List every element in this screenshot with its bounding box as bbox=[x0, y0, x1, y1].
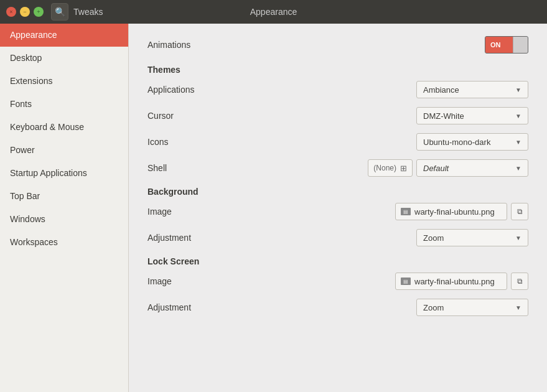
bg-image-copy-button[interactable]: ⧉ bbox=[511, 203, 528, 220]
cursor-label: Cursor bbox=[147, 111, 174, 121]
sidebar-label-fonts: Fonts bbox=[10, 99, 32, 109]
ls-image-row: Image ▤ warty-final-ubuntu.png ⧉ bbox=[147, 271, 528, 291]
sidebar-item-power[interactable]: Power bbox=[0, 139, 128, 162]
shell-none-badge: (None) ⊞ bbox=[368, 159, 413, 177]
window-controls: × − + bbox=[6, 7, 44, 17]
sidebar-item-windows[interactable]: Windows bbox=[0, 208, 128, 231]
animations-toggle[interactable]: ON bbox=[485, 36, 528, 54]
ls-adjustment-right: Zoom ▼ bbox=[416, 299, 528, 316]
cursor-dropdown[interactable]: DMZ-White ▼ bbox=[416, 107, 528, 124]
bg-adjustment-right: Zoom ▼ bbox=[416, 229, 528, 246]
shell-dropdown-arrow: ▼ bbox=[515, 165, 521, 172]
bg-adjustment-dropdown[interactable]: Zoom ▼ bbox=[416, 229, 528, 246]
icons-dropdown-value: Ubuntu-mono-dark bbox=[423, 138, 510, 147]
ls-copy-icon: ⧉ bbox=[517, 277, 523, 286]
shell-badge-text: (None) bbox=[373, 164, 396, 172]
app-name: Tweaks bbox=[73, 7, 103, 17]
toggle-on-label: ON bbox=[485, 37, 513, 53]
applications-dropdown-arrow: ▼ bbox=[515, 86, 521, 93]
icons-label: Icons bbox=[147, 137, 168, 147]
shell-dropdown[interactable]: Default ▼ bbox=[416, 159, 528, 177]
sidebar-item-startup-applications[interactable]: Startup Applications bbox=[0, 162, 128, 185]
icons-row: Icons Ubuntu-mono-dark ▼ bbox=[147, 132, 528, 152]
ls-image-thumbnail: ▤ bbox=[401, 278, 411, 285]
shell-label: Shell bbox=[147, 163, 167, 173]
sidebar-label-extensions: Extensions bbox=[10, 76, 52, 86]
sidebar-label-startup-applications: Startup Applications bbox=[10, 168, 87, 178]
copy-icon: ⧉ bbox=[517, 207, 523, 216]
ls-image-copy-button[interactable]: ⧉ bbox=[511, 273, 528, 290]
ls-image-filename: warty-final-ubuntu.png bbox=[414, 277, 495, 286]
ls-adjustment-value: Zoom bbox=[423, 303, 510, 312]
bg-adjustment-value: Zoom bbox=[423, 233, 510, 243]
bg-image-row: Image ▤ warty-final-ubuntu.png ⧉ bbox=[147, 202, 528, 222]
applications-right: Ambiance ▼ bbox=[416, 81, 528, 98]
bg-image-filename: warty-final-ubuntu.png bbox=[414, 207, 495, 217]
themes-section-header: Themes bbox=[147, 65, 528, 75]
sidebar-label-power: Power bbox=[10, 145, 35, 155]
minimize-button[interactable]: − bbox=[20, 7, 30, 17]
bg-image-right: ▤ warty-final-ubuntu.png ⧉ bbox=[395, 203, 528, 220]
ls-image-right: ▤ warty-final-ubuntu.png ⧉ bbox=[395, 273, 528, 290]
bg-image-thumbnail: ▤ bbox=[401, 208, 411, 215]
sidebar-label-desktop: Desktop bbox=[10, 53, 42, 63]
bg-adjustment-label: Adjustment bbox=[147, 233, 191, 243]
titlebar: × − + 🔍 Tweaks Appearance bbox=[0, 0, 547, 24]
sidebar-item-extensions[interactable]: Extensions bbox=[0, 70, 128, 93]
sidebar-item-appearance[interactable]: Appearance bbox=[0, 24, 128, 47]
bg-adjustment-arrow: ▼ bbox=[515, 235, 521, 241]
shell-badge-icon: ⊞ bbox=[400, 164, 407, 173]
sidebar-label-workspaces: Workspaces bbox=[10, 237, 58, 247]
shell-dropdown-value: Default bbox=[423, 164, 510, 173]
background-section-header: Background bbox=[147, 187, 528, 197]
sidebar: Appearance Desktop Extensions Fonts Keyb… bbox=[0, 24, 129, 392]
sidebar-label-top-bar: Top Bar bbox=[10, 191, 40, 201]
toggle-handle bbox=[513, 37, 528, 53]
cursor-row: Cursor DMZ-White ▼ bbox=[147, 106, 528, 126]
ls-image-input[interactable]: ▤ warty-final-ubuntu.png bbox=[395, 273, 507, 290]
ls-adjustment-dropdown[interactable]: Zoom ▼ bbox=[416, 299, 528, 316]
animations-label: Animations bbox=[147, 40, 190, 50]
shell-right: (None) ⊞ Default ▼ bbox=[368, 159, 528, 177]
icons-dropdown[interactable]: Ubuntu-mono-dark ▼ bbox=[416, 133, 528, 151]
maximize-button[interactable]: + bbox=[34, 7, 44, 17]
sidebar-label-windows: Windows bbox=[10, 214, 45, 224]
applications-dropdown[interactable]: Ambiance ▼ bbox=[416, 81, 528, 98]
shell-row: Shell (None) ⊞ Default ▼ bbox=[147, 158, 528, 178]
ls-adjustment-arrow: ▼ bbox=[515, 304, 521, 311]
titlebar-title: Appearance bbox=[250, 7, 297, 17]
content-area: Animations ON Themes Applications Ambian… bbox=[129, 24, 547, 392]
sidebar-item-top-bar[interactable]: Top Bar bbox=[0, 185, 128, 208]
sidebar-item-keyboard-mouse[interactable]: Keyboard & Mouse bbox=[0, 116, 128, 139]
icons-right: Ubuntu-mono-dark ▼ bbox=[416, 133, 528, 151]
bg-image-label: Image bbox=[147, 207, 172, 217]
ls-image-label: Image bbox=[147, 276, 172, 286]
cursor-dropdown-value: DMZ-White bbox=[423, 111, 510, 121]
sidebar-item-fonts[interactable]: Fonts bbox=[0, 93, 128, 116]
icons-dropdown-arrow: ▼ bbox=[515, 139, 521, 146]
lock-screen-section-header: Lock Screen bbox=[147, 256, 528, 266]
bg-image-input[interactable]: ▤ warty-final-ubuntu.png bbox=[395, 203, 507, 220]
search-button[interactable]: 🔍 bbox=[51, 3, 68, 21]
search-icon: 🔍 bbox=[55, 7, 65, 17]
sidebar-label-appearance: Appearance bbox=[10, 30, 57, 40]
applications-row: Applications Ambiance ▼ bbox=[147, 80, 528, 100]
bg-adjustment-row: Adjustment Zoom ▼ bbox=[147, 228, 528, 248]
close-button[interactable]: × bbox=[6, 7, 16, 17]
main-layout: Appearance Desktop Extensions Fonts Keyb… bbox=[0, 24, 547, 392]
cursor-dropdown-arrow: ▼ bbox=[515, 113, 521, 119]
animations-row: Animations ON bbox=[147, 36, 528, 54]
ls-adjustment-row: Adjustment Zoom ▼ bbox=[147, 297, 528, 317]
cursor-right: DMZ-White ▼ bbox=[416, 107, 528, 124]
ls-adjustment-label: Adjustment bbox=[147, 302, 191, 312]
sidebar-item-workspaces[interactable]: Workspaces bbox=[0, 231, 128, 254]
sidebar-label-keyboard-mouse: Keyboard & Mouse bbox=[10, 122, 84, 132]
applications-dropdown-value: Ambiance bbox=[423, 85, 510, 95]
applications-label: Applications bbox=[147, 85, 195, 95]
sidebar-item-desktop[interactable]: Desktop bbox=[0, 47, 128, 70]
